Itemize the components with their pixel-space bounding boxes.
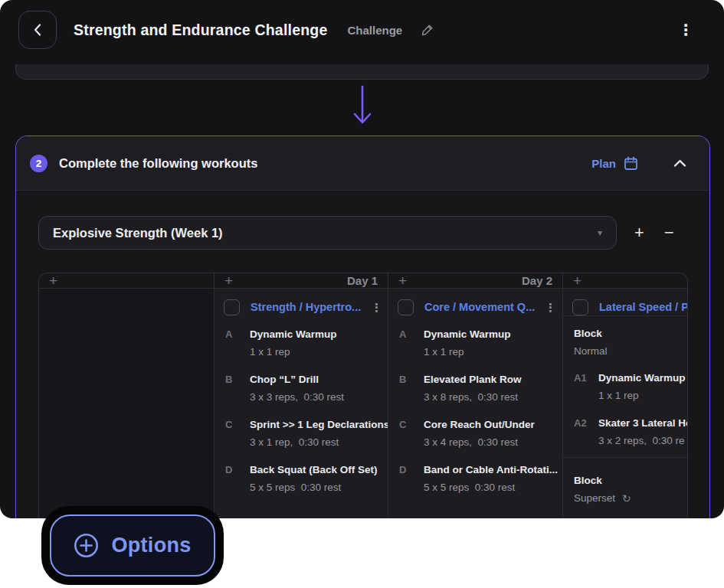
workout-menu-icon[interactable]: ⋮ — [545, 302, 556, 313]
exercise-row: A1 Dynamic Warmup 1 x 1 rep — [563, 371, 687, 403]
block-label: Block — [574, 474, 687, 488]
exercise-name: Skater 3 Lateral Ho — [598, 416, 687, 430]
day-2-cell: Core / Movement Q... ⋮ A Dynamic Warmup … — [388, 289, 562, 518]
board-header-cell: + Day 1 — [214, 273, 388, 288]
options-button-highlight-ring: Options — [41, 506, 224, 585]
workout-card: Lateral Speed / Ply Block Normal — [563, 289, 687, 505]
week-selector-row: Explosive Strength (Week 1) ▾ + − — [38, 216, 674, 250]
step-panel-header: 2 Complete the following workouts Plan — [16, 136, 709, 191]
board-body-row: Strength / Hypertro... ⋮ A Dynamic Warmu… — [39, 289, 687, 518]
empty-day-cell — [39, 289, 214, 518]
exercise-tag: A — [399, 328, 406, 340]
exercise-name: Chop “L” Drill — [250, 373, 388, 387]
day-3-cell: Lateral Speed / Ply Block Normal — [562, 289, 687, 518]
workout-title-link[interactable]: Core / Movement Q... — [424, 301, 540, 313]
options-button-label: Options — [111, 534, 191, 557]
exercise-tag: C — [399, 419, 406, 430]
remove-week-button[interactable]: − — [664, 224, 674, 241]
exercise-tag: B — [399, 374, 406, 385]
page-title: Strength and Endurance Challenge — [74, 21, 327, 39]
exercise-tag: D — [399, 464, 406, 475]
previous-step-card[interactable] — [15, 64, 709, 80]
chevron-left-icon — [33, 23, 42, 37]
block-type-text: Superset — [574, 492, 615, 505]
exercise-detail: 3 x 1 rep, 0:30 rest — [250, 436, 388, 449]
block-type: Normal — [574, 345, 687, 358]
workout-card: Core / Movement Q... ⋮ A Dynamic Warmup … — [388, 289, 562, 495]
exercise-detail: 3 x 8 reps, 0:30 rest — [424, 390, 562, 404]
block-type-text: Normal — [574, 345, 608, 358]
add-workout-icon[interactable]: + — [573, 273, 581, 288]
exercise-detail: 1 x 1 rep — [598, 389, 687, 403]
exercise-name: Dynamic Warmup — [598, 371, 687, 385]
workout-week-value: Explosive Strength (Week 1) — [53, 226, 598, 240]
workout-menu-icon[interactable]: ⋮ — [371, 302, 382, 313]
exercise-row: B Elevated Plank Row 3 x 8 reps, 0:30 re… — [388, 373, 562, 404]
exercise-row: D Back Squat (Back Off Set) 5 x 5 reps 0… — [215, 463, 388, 495]
workout-checkbox[interactable] — [572, 299, 588, 315]
board-header-cell: + — [562, 273, 687, 288]
block-header: Block Superset ↻ — [563, 463, 687, 505]
exercise-row: D Band or Cable Anti-Rotati... 5 x 5 rep… — [388, 463, 562, 495]
flow-down-arrow — [351, 84, 374, 129]
exercise-tag: B — [225, 374, 232, 385]
exercise-detail: 3 x 3 reps, 0:30 rest — [250, 390, 388, 404]
exercise-tag: A — [225, 328, 232, 340]
plan-label: Plan — [591, 157, 616, 170]
add-workout-icon[interactable]: + — [49, 273, 57, 288]
add-week-button[interactable]: + — [634, 224, 644, 241]
step-2-panel: 2 Complete the following workouts Plan — [15, 136, 710, 518]
exercise-row: B Chop “L” Drill 3 x 3 reps, 0:30 rest — [215, 373, 388, 404]
exercise-row: A Dynamic Warmup 1 x 1 rep — [215, 328, 388, 359]
workout-week-dropdown[interactable]: Explosive Strength (Week 1) ▾ — [38, 216, 617, 250]
day-label: Day 2 — [522, 274, 552, 287]
exercise-name: Dynamic Warmup — [424, 328, 562, 341]
caret-down-icon: ▾ — [598, 227, 602, 238]
add-workout-icon[interactable]: + — [224, 273, 233, 288]
exercise-tag: C — [225, 419, 232, 430]
plus-circle-icon — [74, 533, 99, 558]
exercise-row: A2 Skater 3 Lateral Ho 3 x 2 reps, 0:30 … — [563, 416, 687, 448]
chevron-up-icon — [673, 159, 686, 168]
exercise-name: Elevated Plank Row — [424, 373, 562, 387]
exercise-name: Core Reach Out/Under — [424, 418, 562, 432]
workout-board: + + Day 1 + Day 2 + — [38, 273, 688, 518]
exercise-name: Dynamic Warmup — [250, 328, 388, 341]
exercise-name: Sprint >> 1 Leg Declarations — [250, 418, 388, 432]
day-1-cell: Strength / Hypertro... ⋮ A Dynamic Warmu… — [214, 289, 388, 518]
exercise-tag: A1 — [574, 372, 587, 384]
pencil-icon — [421, 23, 434, 37]
board-header-row: + + Day 1 + Day 2 + — [39, 273, 687, 289]
options-button[interactable]: Options — [50, 514, 215, 577]
block-label: Block — [574, 327, 687, 341]
workout-checkbox[interactable] — [224, 299, 240, 315]
exercise-row: A Dynamic Warmup 1 x 1 rep — [388, 328, 562, 359]
add-workout-icon[interactable]: + — [398, 273, 407, 288]
back-button[interactable] — [18, 11, 57, 49]
app-header: Strength and Endurance Challenge Challen… — [0, 0, 724, 60]
plan-button[interactable]: Plan — [591, 156, 638, 171]
exercise-detail: 1 x 1 rep — [424, 345, 562, 359]
workout-checkbox[interactable] — [398, 299, 414, 315]
program-type-label: Challenge — [347, 24, 402, 37]
day-label: Day 1 — [347, 274, 378, 287]
block-type: Superset ↻ — [574, 492, 687, 505]
exercise-name: Back Squat (Back Off Set) — [250, 463, 388, 477]
edit-title-button[interactable] — [421, 23, 434, 37]
board-header-cell: + — [39, 273, 214, 288]
board-header-cell: + Day 2 — [388, 273, 562, 288]
calendar-icon — [624, 156, 638, 171]
overflow-menu-button[interactable]: ⋮ — [673, 19, 698, 41]
exercise-name: Band or Cable Anti-Rotati... — [424, 463, 562, 477]
exercise-row: C Sprint >> 1 Leg Declarations 3 x 1 rep… — [215, 418, 388, 449]
step-number-badge: 2 — [30, 155, 48, 172]
workout-title-link[interactable]: Strength / Hypertro... — [251, 301, 366, 313]
exercise-tag: D — [225, 464, 232, 475]
exercise-detail: 5 x 5 reps 0:30 rest — [424, 481, 562, 495]
exercise-tag: A2 — [574, 417, 587, 429]
workout-title-link[interactable]: Lateral Speed / Ply — [599, 301, 687, 313]
collapse-section-button[interactable] — [673, 159, 686, 168]
exercise-row: C Core Reach Out/Under 3 x 4 reps, 0:30 … — [388, 418, 562, 449]
workout-card: Strength / Hypertro... ⋮ A Dynamic Warmu… — [215, 289, 388, 495]
block-header: Block Normal — [563, 316, 687, 358]
